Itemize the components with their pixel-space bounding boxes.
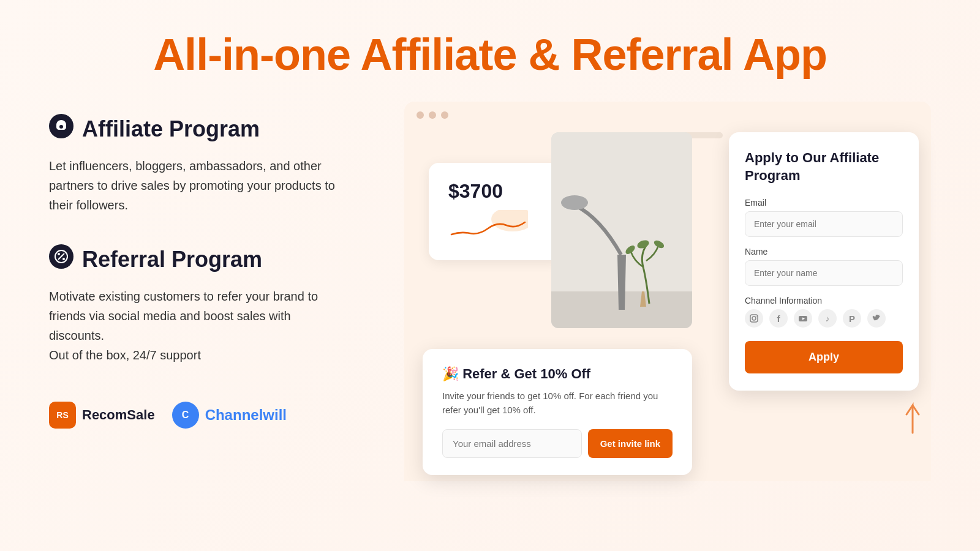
recomsale-logo: RS RecomSale (49, 402, 155, 429)
stats-chart (448, 210, 544, 243)
svg-point-15 (756, 316, 757, 317)
product-image-card (551, 132, 692, 328)
brand-logos: RS RecomSale C Channelwill (49, 402, 368, 429)
pinterest-icon[interactable]: P (843, 309, 861, 328)
tiktok-icon[interactable]: ♪ (818, 309, 837, 328)
channelwill-logo-text: Channelwill (205, 407, 287, 424)
stats-amount: $3700 (448, 180, 544, 203)
affiliate-section: Affiliate Program Let influencers, blogg… (49, 114, 368, 215)
twitter-icon[interactable] (867, 309, 886, 328)
channel-icons-row: f ♪ P (745, 309, 903, 328)
apply-button[interactable]: Apply (745, 341, 903, 373)
cw-logo-icon: C (172, 402, 199, 429)
browser-dots (417, 111, 919, 119)
svg-point-1 (59, 125, 63, 129)
browser-mockup: $3700 (404, 102, 931, 481)
channelwill-logo: C Channelwill (172, 402, 287, 429)
referral-icon (49, 244, 74, 274)
referral-emoji: 🎉 (442, 366, 459, 381)
referral-title-text: Referral Program (82, 247, 262, 272)
affiliate-form-panel: Apply to Our Affiliate Program Email Nam… (729, 132, 919, 391)
rs-logo-icon: RS (49, 402, 76, 429)
browser-dot-2 (429, 111, 436, 119)
affiliate-title-text: Affiliate Program (82, 116, 260, 142)
svg-point-5 (62, 258, 65, 260)
referral-section: Referral Program Motivate existing custo… (49, 244, 368, 365)
name-label: Name (745, 247, 903, 257)
affiliate-description: Let influencers, bloggers, ambassadors, … (49, 156, 343, 215)
affiliate-name-input[interactable] (745, 260, 903, 286)
referral-input-row[interactable]: Get invite link (442, 429, 673, 458)
affiliate-icon (49, 114, 74, 144)
dashboard-area: $3700 (417, 126, 919, 481)
svg-point-6 (491, 210, 528, 231)
browser-dot-1 (417, 111, 424, 119)
page-title: All-in-one Affiliate & Referral App (0, 0, 980, 102)
affiliate-form-title: Apply to Our Affiliate Program (745, 149, 903, 184)
channel-label: Channel Information (745, 296, 903, 305)
stats-card: $3700 (429, 163, 564, 260)
affiliate-title: Affiliate Program (49, 114, 368, 144)
affiliate-email-input[interactable] (745, 211, 903, 237)
browser-dot-3 (441, 111, 448, 119)
svg-point-14 (752, 317, 756, 320)
svg-rect-13 (750, 315, 758, 322)
referral-widget-title: 🎉 Refer & Get 10% Off (442, 366, 673, 382)
arrow-decoration (897, 399, 928, 438)
referral-widget-card: 🎉 Refer & Get 10% Off Invite your friend… (423, 349, 692, 475)
recomsale-logo-text: RecomSale (82, 407, 155, 423)
email-label: Email (745, 198, 903, 208)
get-invite-button[interactable]: Get invite link (588, 429, 673, 458)
ui-mockup: $3700 (404, 102, 931, 481)
referral-email-input[interactable] (442, 429, 582, 458)
youtube-icon[interactable] (794, 309, 812, 328)
svg-point-9 (561, 195, 588, 210)
instagram-icon[interactable] (745, 309, 763, 328)
referral-widget-description: Invite your friends to get 10% off. For … (442, 389, 673, 417)
svg-point-4 (58, 253, 60, 255)
referral-title: Referral Program (49, 244, 368, 274)
facebook-icon[interactable]: f (769, 309, 788, 328)
referral-description: Motivate existing customers to refer you… (49, 287, 343, 365)
left-column: Affiliate Program Let influencers, blogg… (49, 102, 368, 429)
